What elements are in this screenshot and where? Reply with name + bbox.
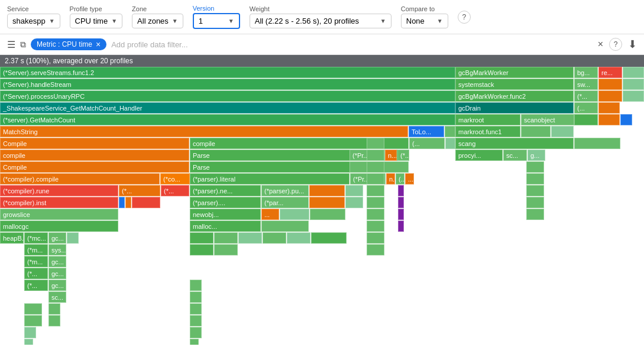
flame-block[interactable] (125, 197, 131, 208)
flame-block[interactable] (280, 209, 309, 220)
flame-block[interactable]: ... (405, 173, 414, 184)
flame-block[interactable]: bg... (574, 67, 598, 78)
flame-block[interactable]: n... (385, 150, 397, 161)
filter-funnel-icon[interactable]: ⧉ (20, 40, 26, 50)
zone-dropdown[interactable]: All zones ▼ (132, 14, 183, 28)
flame-block[interactable]: growslice (0, 209, 118, 220)
close-filter-button[interactable]: × (598, 39, 603, 50)
flame-block[interactable] (48, 303, 60, 315)
flame-block[interactable] (367, 209, 384, 220)
flame-block[interactable] (190, 339, 199, 345)
flame-block[interactable] (311, 232, 347, 244)
flame-block[interactable] (526, 209, 544, 220)
flame-block[interactable]: (*... (24, 268, 48, 279)
flame-block[interactable] (24, 327, 36, 338)
flame-block[interactable] (623, 67, 644, 78)
flame-block[interactable]: (*Server).processUnaryRPC (0, 90, 455, 102)
flame-block[interactable] (398, 221, 404, 232)
flame-block[interactable]: (*co... (160, 173, 190, 184)
flame-block[interactable] (261, 221, 309, 232)
flame-block[interactable] (119, 197, 125, 208)
flame-block[interactable] (190, 327, 202, 338)
flame-block[interactable] (263, 232, 286, 244)
flame-block[interactable] (24, 315, 42, 326)
flame-block[interactable]: MatchString (0, 126, 408, 137)
flame-block[interactable]: malloc... (190, 221, 261, 232)
flame-block[interactable]: systemstack (455, 79, 574, 90)
flame-block[interactable] (620, 114, 632, 125)
flame-block[interactable]: (*... (574, 90, 598, 102)
flame-block[interactable] (526, 161, 544, 173)
compare-dropdown[interactable]: None ▼ (401, 14, 448, 28)
weight-dropdown[interactable]: All (2.22 s - 2.56 s), 20 profiles ▼ (250, 14, 391, 28)
flame-block[interactable]: Compile (0, 138, 189, 149)
flame-block[interactable]: re... (598, 67, 622, 78)
flame-block[interactable] (598, 90, 622, 102)
flame-graph[interactable]: (*Server).serveStreams.func1.2gcBgMarkWo… (0, 67, 644, 345)
flame-block[interactable] (526, 197, 544, 208)
flame-block[interactable]: (*parser).literal (190, 173, 349, 184)
flame-block[interactable]: (... (574, 102, 598, 114)
flame-block[interactable] (574, 114, 598, 125)
flame-block[interactable]: (*m... (24, 244, 48, 255)
flame-block[interactable]: sys... (48, 244, 66, 255)
flame-block[interactable]: compile (0, 150, 189, 161)
flame-block[interactable]: Compile (0, 161, 189, 173)
flame-block[interactable] (309, 197, 345, 208)
flame-block[interactable] (214, 244, 238, 255)
flame-block[interactable]: (*... (161, 185, 189, 196)
flame-block[interactable] (24, 303, 42, 315)
flame-block[interactable]: gcBgMarkWorker (455, 67, 574, 78)
flame-block[interactable]: g... (528, 150, 545, 161)
flame-block[interactable]: n.. (386, 173, 395, 184)
flame-block[interactable] (190, 232, 213, 244)
flame-block[interactable] (623, 79, 644, 90)
flame-block[interactable] (623, 90, 644, 102)
flame-block[interactable]: (*... (24, 280, 48, 291)
flame-block[interactable]: sc... (503, 150, 527, 161)
flame-block[interactable] (67, 232, 79, 244)
filter-list-icon[interactable]: ☰ (7, 39, 15, 50)
flame-block[interactable] (367, 232, 384, 244)
flame-block[interactable]: gc... (48, 268, 66, 279)
flame-block[interactable] (398, 209, 404, 220)
flame-block[interactable]: (*mc... (24, 232, 48, 244)
flame-block[interactable] (367, 221, 384, 232)
flame-block[interactable]: gc... (48, 280, 66, 291)
flame-block[interactable]: heapB... (0, 232, 24, 244)
flame-block[interactable]: scanobject (521, 114, 574, 125)
flame-block[interactable] (345, 185, 363, 196)
flame-block[interactable] (367, 138, 384, 149)
flame-block[interactable]: gcDrain (455, 102, 574, 114)
flame-block[interactable]: (*Server).handleStream (0, 79, 455, 90)
topbar-help-button[interactable]: ? (458, 11, 471, 24)
flame-block[interactable] (367, 197, 384, 208)
flame-block[interactable] (48, 315, 60, 326)
flame-block[interactable]: (*parser).pu... (261, 185, 309, 196)
version-dropdown[interactable]: 1 ▼ (193, 13, 240, 29)
flame-block[interactable] (190, 292, 202, 303)
flame-block[interactable]: markroot (455, 114, 520, 125)
flame-block[interactable] (598, 79, 622, 90)
flame-block[interactable]: (*... (119, 185, 160, 196)
flame-block[interactable] (367, 173, 384, 184)
flame-block[interactable] (238, 232, 262, 244)
flame-block[interactable]: newobj... (190, 209, 261, 220)
flame-block[interactable] (310, 209, 345, 220)
flame-block[interactable]: gcBgMarkWorker.func2 (455, 90, 574, 102)
flame-block[interactable]: markroot.func1 (455, 126, 520, 137)
flame-block[interactable] (574, 138, 620, 149)
flame-block[interactable] (526, 185, 544, 196)
flame-block[interactable]: (... (409, 138, 445, 149)
flame-block[interactable] (398, 185, 404, 196)
flame-block[interactable]: (*server).GetMatchCount (0, 114, 455, 125)
flame-block[interactable]: procyi... (455, 150, 503, 161)
flame-block[interactable]: (*compiler).rune (0, 185, 118, 196)
profile-type-dropdown[interactable]: CPU time ▼ (70, 14, 123, 28)
flame-block[interactable]: (*par... (261, 197, 309, 208)
filter-help-button[interactable]: ? (609, 38, 622, 51)
flame-block[interactable]: (*parser).... (190, 197, 261, 208)
flame-block[interactable] (214, 232, 238, 244)
flame-block[interactable]: (*compiler).compile (0, 173, 160, 184)
flame-block[interactable] (367, 150, 384, 161)
